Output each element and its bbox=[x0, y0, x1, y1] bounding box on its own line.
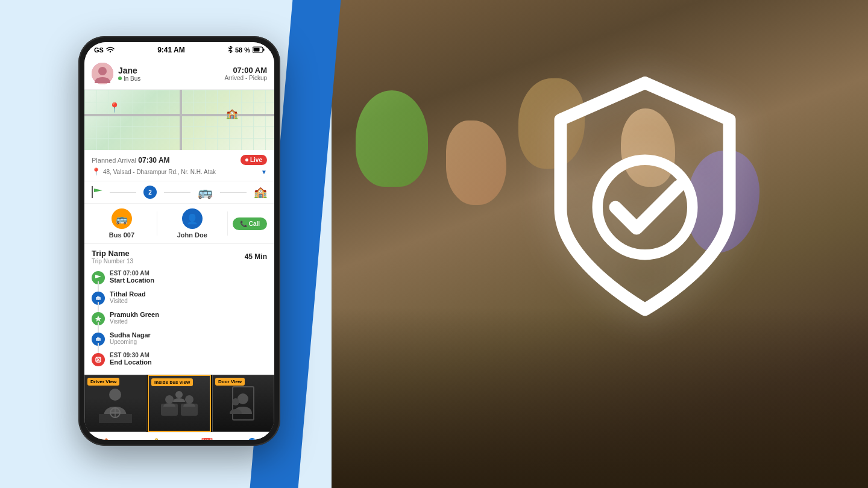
svg-rect-9 bbox=[97, 296, 99, 298]
stop-sudha-details: Sudha Nagar Upcoming bbox=[110, 331, 267, 345]
trip-number: Trip Number 13 bbox=[92, 258, 133, 264]
profile-icon: 👤 bbox=[245, 437, 259, 440]
stop-est-start: EST 07:00 AM bbox=[110, 270, 267, 277]
door-view-cam[interactable]: Door View bbox=[212, 375, 274, 432]
bus-card: 🚌 Bus 007 bbox=[92, 208, 152, 239]
svg-point-11 bbox=[99, 300, 100, 301]
stop-sudha: Sudha Nagar Upcoming bbox=[92, 328, 267, 349]
driver-icon: 👤 bbox=[182, 208, 203, 229]
vertical-divider-2 bbox=[227, 211, 228, 236]
driver-view-label: Driver View bbox=[87, 378, 119, 386]
status-time: 9:41 AM bbox=[157, 46, 185, 54]
stop-pramukh-name: Pramukh Green bbox=[110, 311, 267, 318]
stop-sudha-status: Upcoming bbox=[110, 339, 267, 345]
trip-section: Trip Name Trip Number 13 45 Min bbox=[84, 244, 274, 375]
nav-profile[interactable]: 👤 Profile bbox=[244, 437, 260, 440]
stop-est-end: EST 09:30 AM bbox=[110, 352, 267, 358]
battery-text: 58 % bbox=[235, 46, 250, 54]
stop-pramukh: Pramukh Green Visited bbox=[92, 308, 267, 328]
home-icon: 🏠 bbox=[99, 437, 113, 440]
call-label: Call bbox=[249, 221, 260, 227]
svg-point-29 bbox=[232, 398, 239, 405]
stop-end-details: EST 09:30 AM End Location bbox=[110, 352, 267, 366]
svg-point-10 bbox=[96, 300, 98, 301]
map-pin-2: 🏫 bbox=[226, 108, 238, 119]
bus-label: Bus 007 bbox=[109, 231, 134, 239]
phone-screen: GS 9:41 AM 58 % bbox=[84, 42, 274, 440]
child-figure-1 bbox=[356, 90, 428, 187]
door-view-label: Door View bbox=[215, 378, 245, 386]
live-label: Live bbox=[250, 157, 262, 163]
user-status: In Bus bbox=[118, 75, 140, 82]
inside-bus-cam[interactable]: Inside bus view bbox=[148, 375, 211, 432]
svg-marker-7 bbox=[95, 275, 101, 278]
status-dot bbox=[118, 77, 122, 80]
live-badge[interactable]: Live bbox=[241, 155, 267, 165]
call-button[interactable]: 📞 Call bbox=[233, 217, 267, 230]
stop-tithal-status: Visited bbox=[110, 298, 267, 304]
address-row: 📍 48, Valsad - Dharampur Rd., Nr. N.H. A… bbox=[92, 167, 267, 176]
svg-rect-3 bbox=[263, 48, 265, 51]
bus-seats-overlay bbox=[326, 307, 868, 488]
stop-sudha-name: Sudha Nagar bbox=[110, 331, 267, 339]
address-text: 48, Valsad - Dharampur Rd., Nr. N.H. Ata… bbox=[103, 169, 259, 175]
svg-rect-4 bbox=[254, 48, 260, 51]
nav-history[interactable]: 📅 History bbox=[198, 437, 215, 440]
svg-point-24 bbox=[165, 395, 174, 404]
planned-arrival-info: Planned Arrival 07:30 AM bbox=[92, 156, 170, 164]
nav-home[interactable]: 🏠 Home bbox=[99, 437, 114, 440]
status-bar: GS 9:41 AM 58 % bbox=[84, 42, 274, 58]
header-right: 07:00 AM Arrived - Pickup bbox=[224, 66, 267, 81]
wifi-icon bbox=[106, 46, 115, 54]
notification-icon: 🔔 bbox=[149, 437, 163, 440]
driver-bus-row: 🚌 Bus 007 👤 John Doe 📞 Call bbox=[84, 204, 274, 244]
school-emoji-icon: 🏫 bbox=[254, 186, 267, 199]
stop-pramukh-details: Pramukh Green Visited bbox=[110, 311, 267, 325]
trip-header: Trip Name Trip Number 13 45 Min bbox=[92, 249, 267, 264]
avatar bbox=[92, 63, 113, 84]
driver-view-cam[interactable]: Driver View bbox=[84, 375, 146, 432]
svg-rect-13 bbox=[97, 337, 99, 339]
nav-notification[interactable]: 🔔 Notification bbox=[143, 437, 170, 440]
flag-icon bbox=[94, 189, 102, 196]
battery-icon bbox=[253, 46, 265, 54]
svg-point-1 bbox=[110, 51, 111, 52]
phone-mockup: GS 9:41 AM 58 % bbox=[78, 36, 280, 452]
bluetooth-icon bbox=[228, 46, 233, 54]
bottom-navigation: 🏠 Home 🔔 Notification 📅 History 👤 Profil… bbox=[84, 432, 274, 440]
carrier-text: GS bbox=[94, 46, 104, 54]
phone-outer-frame: GS 9:41 AM 58 % bbox=[78, 36, 280, 446]
stop-tithal-name: Tithal Road bbox=[110, 290, 267, 298]
location-icon: 📍 bbox=[92, 167, 101, 176]
svg-point-15 bbox=[99, 341, 100, 342]
stop-pramukh-status: Visited bbox=[110, 318, 267, 325]
stop-tithal: Tithal Road Visited bbox=[92, 287, 267, 308]
driver-card: 👤 John Doe bbox=[162, 208, 222, 239]
map-area[interactable]: 📍 🏫 bbox=[84, 90, 274, 150]
call-icon: 📞 bbox=[240, 221, 247, 227]
bus-icon: 🚌 bbox=[112, 208, 132, 229]
header-left: Jane In Bus bbox=[92, 63, 140, 84]
header-time: 07:00 AM bbox=[224, 66, 267, 75]
info-bar: Planned Arrival 07:30 AM Live 📍 48, Vals… bbox=[84, 150, 274, 181]
history-icon: 📅 bbox=[200, 437, 213, 440]
svg-point-14 bbox=[96, 341, 98, 342]
driver-name: John Doe bbox=[177, 231, 207, 239]
status-left: GS bbox=[94, 46, 115, 54]
svg-point-17 bbox=[109, 389, 121, 401]
end-icon bbox=[92, 353, 105, 366]
bus-emoji-icon: 🚌 bbox=[198, 185, 213, 199]
trip-duration: 45 Min bbox=[245, 252, 267, 261]
chevron-down-icon[interactable]: ▼ bbox=[261, 169, 267, 175]
user-name: Jane bbox=[118, 66, 140, 75]
child-figure-2 bbox=[446, 120, 506, 205]
live-dot bbox=[245, 158, 248, 161]
planned-arrival-row: Planned Arrival 07:30 AM Live bbox=[92, 155, 267, 165]
header-status-text: Arrived - Pickup bbox=[224, 75, 267, 81]
status-label: In Bus bbox=[124, 75, 140, 82]
user-info: Jane In Bus bbox=[118, 66, 140, 82]
flag-container bbox=[92, 186, 102, 198]
svg-point-6 bbox=[98, 67, 107, 75]
stop-count-badge: 2 bbox=[143, 186, 157, 199]
stop-start: EST 07:00 AM Start Location bbox=[92, 267, 267, 287]
